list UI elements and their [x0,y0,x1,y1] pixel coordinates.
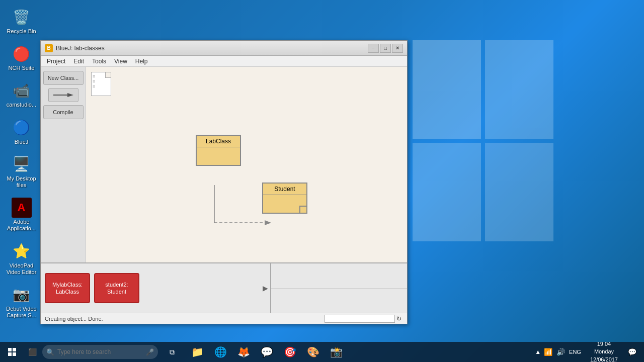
menu-help[interactable]: Help [131,57,152,66]
icon-nch-suite[interactable]: 🔴 NCH Suite [3,42,40,73]
desktop-files-label: My Desktop files [5,175,38,189]
run-arrow-button[interactable] [48,88,78,102]
clock-area[interactable]: 19:04 Monday 12/06/2017 [586,340,622,362]
status-text: Creating object... Done. [45,316,325,322]
keyboard-tray-icon[interactable]: ENG [568,348,582,356]
student-body [263,195,306,213]
close-button[interactable]: ✕ [392,44,403,53]
desktop-files-icon: 🖥️ [12,154,32,174]
desktop: 🗑️ Recycle Bin 🔴 NCH Suite 📹 camstudio..… [0,0,644,362]
run-arrow-icon [53,91,73,99]
main-content: New Class... Compile ≡≡≡ [41,67,407,262]
chrome-taskbar[interactable]: 🌐 [209,342,231,362]
search-icon: 🔍 [46,348,54,356]
title-controls: − □ ✕ [368,44,403,53]
nch-suite-icon: 🔴 [12,44,32,64]
icon-desktop-files[interactable]: 🖥️ My Desktop files [3,152,40,191]
clock-date: Monday [594,348,614,355]
menu-tools[interactable]: Tools [88,57,110,66]
svg-rect-8 [13,352,16,356]
start-button[interactable] [2,342,22,362]
student2-object[interactable]: student2: Student [94,273,139,303]
menu-project[interactable]: Project [43,57,69,66]
svg-rect-7 [8,352,12,356]
task-view-button[interactable]: ⬛ [22,342,42,362]
svg-marker-1 [67,93,73,97]
svg-marker-4 [265,220,271,225]
status-bar: Creating object... Done. ↻ [41,313,407,324]
maximize-button[interactable]: □ [380,44,391,53]
recycle-bin-icon: 🗑️ [12,7,32,27]
bench-scroll-right[interactable]: ▶ [263,284,268,292]
debut-icon: 📷 [12,285,32,305]
object-bench: MylabClass: LabClass student2: Student ▶ [41,263,271,313]
icon-debut[interactable]: 📷 Debut Video Capture S... [3,283,40,321]
volume-tray-icon[interactable]: 🔊 [555,347,566,357]
window-title: BlueJ: lab-classes [56,45,368,52]
taskbar: ⬛ 🔍 🎤 ⧉ 📁 🌐 🦊 💬 🎯 🎨 📸 ▲ 📶 🔊 ENG 19:04 [0,342,644,362]
bluej-label: BlueJ [15,139,29,145]
adobe-label: Adobe Applicatio... [5,219,38,232]
labclass-box[interactable]: LabClass [196,135,241,166]
refresh-button[interactable]: ↻ [395,315,403,323]
nch-suite-label: NCH Suite [9,65,35,71]
camstudio-icon: 📹 [12,80,32,101]
app5-taskbar[interactable]: 🎯 [279,342,301,362]
menu-view[interactable]: View [110,57,131,66]
icon-recycle-bin[interactable]: 🗑️ Recycle Bin [3,5,40,37]
menu-edit[interactable]: Edit [69,57,88,66]
status-input[interactable] [325,315,395,323]
student-name: Student [263,184,306,195]
notifications-button[interactable]: 💬 [622,342,642,362]
left-toolbar: New Class... Compile [41,67,86,262]
file-explorer-taskbar[interactable]: 📁 [186,342,208,362]
videopad-label: VideoPad Video Editor [5,262,38,276]
desktop-icons-container: 🗑️ Recycle Bin 🔴 NCH Suite 📹 camstudio..… [0,0,43,326]
app7-taskbar[interactable]: 📸 [325,342,347,362]
taskbar-pinned-apps: 📁 🌐 🦊 💬 🎯 🎨 📸 [186,342,347,362]
tray-expand-button[interactable]: ▲ [535,348,541,355]
student-box[interactable]: Student [262,183,307,214]
result-bottom-panel [271,289,407,313]
svg-rect-6 [13,348,16,351]
diagram-area[interactable]: ≡≡≡ LabClass Student [86,67,407,262]
recycle-bin-label: Recycle Bin [7,28,36,35]
camstudio-label: camstudio... [7,102,36,108]
minimize-button[interactable]: − [368,44,379,53]
app6-taskbar[interactable]: 🎨 [302,342,324,362]
icon-adobe[interactable]: A Adobe Applicatio... [3,196,40,234]
microphone-icon[interactable]: 🎤 [146,348,154,356]
icon-camstudio[interactable]: 📹 camstudio... [3,78,40,110]
bluej-window: B BlueJ: lab-classes − □ ✕ Project Edit … [40,40,408,324]
svg-rect-5 [8,348,12,351]
clock-date2: 12/06/2017 [590,356,618,362]
network-tray-icon[interactable]: 📶 [543,347,553,357]
videopad-icon: ⭐ [12,241,32,261]
mylabclass-object[interactable]: MylabClass: LabClass [45,273,90,303]
debut-label: Debut Video Capture S... [5,306,38,319]
note-icon[interactable]: ≡≡≡ [91,72,111,96]
windows-start-icon [8,348,16,356]
taskbar-app-buttons: ⧉ [162,342,182,362]
compile-button[interactable]: Compile [43,105,84,119]
adobe-icon: A [12,198,32,218]
skype-taskbar[interactable]: 💬 [256,342,278,362]
icon-bluej[interactable]: 🔵 BlueJ [3,116,40,147]
diagram-arrows [86,67,407,262]
firefox-taskbar[interactable]: 🦊 [232,342,255,362]
new-class-button[interactable]: New Class... [43,71,84,85]
system-tray: ▲ 📶 🔊 ENG [531,347,586,357]
icon-videopad[interactable]: ⭐ VideoPad Video Editor [3,239,40,278]
bluej-app-icon: B [45,44,53,52]
search-container: 🔍 🎤 [42,345,158,359]
result-top-panel [271,263,407,289]
title-bar: B BlueJ: lab-classes − □ ✕ [41,41,407,56]
search-input[interactable] [42,345,158,359]
labclass-name: LabClass [197,136,240,147]
task-view-btn2[interactable]: ⧉ [162,342,182,362]
bottom-area: MylabClass: LabClass student2: Student ▶ [41,262,407,313]
menu-bar: Project Edit Tools View Help [41,56,407,67]
bluej-icon: 🔵 [12,118,32,138]
clock-time: 19:04 [597,340,611,348]
windows-logo [413,40,553,241]
